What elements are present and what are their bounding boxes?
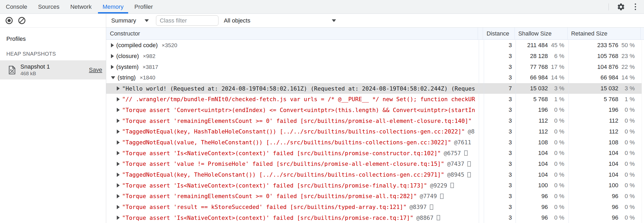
- constructor-label: "TaggedNotEqual(key, TheHoleConstant()) …: [122, 171, 444, 178]
- perspective-select[interactable]: Summary: [111, 17, 149, 24]
- shallow-size-cell: 1040 %: [516, 159, 569, 170]
- instance-count: ×982: [143, 53, 155, 59]
- missing-glyph-box-icon: [430, 204, 433, 210]
- retained-size-cell: 1040 %: [569, 159, 642, 170]
- perspective-select-value: Summary: [111, 17, 136, 24]
- scrollbar-gutter: [642, 212, 644, 223]
- expand-arrow-icon[interactable]: [111, 43, 114, 47]
- spacer-cell: [479, 72, 484, 83]
- grid-row[interactable]: "Torque assert 'Convert<uintptr>(endInde…: [106, 105, 644, 115]
- object-id: @7749: [420, 193, 437, 199]
- spacer-cell: [479, 212, 484, 223]
- scrollbar-gutter: [642, 191, 644, 202]
- settings-gear-icon[interactable]: [617, 3, 625, 11]
- constructor-cell: "Torque assert 'remainingElementsCount >…: [106, 115, 479, 126]
- grid-row[interactable]: "Torque assert 'Is<NativeContext>(contex…: [106, 148, 644, 159]
- spacer-cell: [479, 115, 484, 126]
- constructor-label: "Torque assert 'Is<NativeContext>(contex…: [122, 182, 427, 189]
- record-heap-snapshot-icon[interactable]: [5, 16, 13, 25]
- column-header-retained-size[interactable]: Retained Size: [568, 28, 641, 39]
- clear-profiles-icon[interactable]: [18, 16, 26, 25]
- more-options-kebab-icon[interactable]: [633, 3, 638, 11]
- objects-filter-select[interactable]: All objects: [224, 17, 336, 24]
- grid-row[interactable]: "TaggedNotEqual(key, TheHoleConstant()) …: [106, 169, 644, 180]
- column-header-distance[interactable]: Distance: [483, 28, 515, 39]
- grid-row[interactable]: "TaggedNotEqual(value, TheHoleConstant()…: [106, 137, 644, 148]
- expand-arrow-icon[interactable]: [117, 108, 120, 112]
- grid-row[interactable]: (system)×3817377 76817 %104 87622 %: [106, 61, 644, 72]
- objects-filter-value: All objects: [224, 17, 250, 24]
- grid-row[interactable]: "Hello world! (Requested at: 2024-08-19T…: [106, 83, 644, 94]
- tab-network[interactable]: Network: [65, 0, 97, 14]
- tabbar-actions: [609, 0, 644, 14]
- constructor-cell: "Torque assert 'remainingElementsCount >…: [106, 191, 479, 202]
- grid-row[interactable]: "// .wrangler/tmp/bundle-FmNIt0/checked-…: [106, 94, 644, 105]
- constructor-label: "Torque assert 'value != PromiseHole' fa…: [122, 160, 444, 167]
- object-id: @8: [468, 128, 475, 135]
- distance-cell: 3: [484, 169, 516, 180]
- expand-arrow-icon[interactable]: [117, 162, 120, 166]
- tab-sources[interactable]: Sources: [33, 0, 65, 14]
- scrollbar-gutter: [642, 202, 644, 212]
- retained-size-cell: 1960 %: [569, 105, 642, 115]
- column-header-shallow-size[interactable]: Shallow Size: [515, 28, 568, 39]
- column-header-constructor[interactable]: Constructor: [106, 28, 478, 39]
- expand-arrow-icon[interactable]: [117, 173, 120, 177]
- shallow-size-cell: 960 %: [516, 202, 569, 212]
- expand-arrow-icon[interactable]: [117, 86, 120, 91]
- retained-size-cell: 1120 %: [569, 126, 642, 137]
- constructor-label: (system): [116, 64, 138, 70]
- grid-row[interactable]: "Torque assert 'remainingElementsCount >…: [106, 191, 644, 202]
- distance-cell: 3: [484, 126, 516, 137]
- expand-arrow-icon[interactable]: [117, 97, 120, 101]
- scrollbar-gutter: [642, 137, 644, 148]
- collapse-arrow-icon[interactable]: [111, 76, 115, 79]
- distance-cell: 3: [484, 115, 516, 126]
- retained-size-cell: 1120 %: [569, 115, 642, 126]
- constructor-label: "Torque assert 'Convert<uintptr>(endInde…: [122, 107, 475, 113]
- shallow-size-cell: 1120 %: [516, 126, 569, 137]
- expand-arrow-icon[interactable]: [117, 183, 120, 188]
- expand-arrow-icon[interactable]: [117, 130, 120, 134]
- save-snapshot-link[interactable]: Save: [89, 66, 102, 73]
- constructor-cell: "TaggedNotEqual(key, HashTableHoleConsta…: [106, 126, 479, 137]
- expand-arrow-icon[interactable]: [117, 216, 120, 220]
- grid-row[interactable]: "Torque assert 'Is<NativeContext>(contex…: [106, 212, 644, 223]
- grid-rows: (compiled code)×35203211 48445 %233 5765…: [106, 40, 644, 223]
- grid-row[interactable]: "Torque assert 'Is<NativeContext>(contex…: [106, 180, 644, 191]
- grid-row[interactable]: (compiled code)×35203211 48445 %233 5765…: [106, 40, 644, 51]
- grid-row[interactable]: "TaggedNotEqual(key, HashTableHoleConsta…: [106, 126, 644, 137]
- expand-arrow-icon[interactable]: [111, 65, 114, 69]
- distance-cell: 3: [484, 72, 516, 83]
- tab-memory[interactable]: Memory: [97, 0, 128, 14]
- devtools-tabbar: Console Sources Network Memory Profiler: [0, 0, 644, 14]
- expand-arrow-icon[interactable]: [111, 54, 114, 58]
- missing-glyph-box-icon: [464, 150, 468, 156]
- scrollbar-gutter: [642, 115, 644, 126]
- heap-snapshots-section-title: HEAP SNAPSHOTS: [6, 51, 106, 57]
- expand-arrow-icon[interactable]: [117, 140, 120, 145]
- sidebar-item-snapshot-1[interactable]: Snapshot 1 468 kB Save: [0, 60, 106, 79]
- constructor-label: "TaggedNotEqual(key, HashTableHoleConsta…: [122, 128, 465, 135]
- scrollbar-gutter: [642, 51, 644, 62]
- grid-row[interactable]: "Torque assert 'value != PromiseHole' fa…: [106, 159, 644, 170]
- expand-arrow-icon[interactable]: [117, 194, 120, 198]
- scrollbar-gutter: [642, 169, 644, 180]
- grid-row[interactable]: (string)×1840366 98414 %66 98414 %: [106, 72, 644, 83]
- grid-row[interactable]: "Torque assert 'result == kStoreSucceded…: [106, 202, 644, 212]
- expand-arrow-icon[interactable]: [117, 119, 120, 123]
- profiles-toolbar: [0, 14, 106, 28]
- grid-row[interactable]: "Torque assert 'remainingElementsCount >…: [106, 115, 644, 126]
- spacer-cell: [479, 191, 484, 202]
- scrollbar-gutter: [642, 40, 644, 51]
- tab-console[interactable]: Console: [1, 0, 32, 14]
- tab-profiler[interactable]: Profiler: [129, 0, 158, 14]
- class-filter-input[interactable]: [156, 15, 218, 26]
- shallow-size-cell: 1080 %: [516, 137, 569, 148]
- retained-size-cell: 105 76823 %: [569, 51, 642, 62]
- shallow-size-cell: 1040 %: [516, 169, 569, 180]
- expand-arrow-icon[interactable]: [117, 151, 120, 155]
- scrollbar-gutter: [642, 159, 644, 170]
- expand-arrow-icon[interactable]: [117, 205, 120, 209]
- grid-row[interactable]: (closure)×982328 1286 %105 76823 %: [106, 51, 644, 62]
